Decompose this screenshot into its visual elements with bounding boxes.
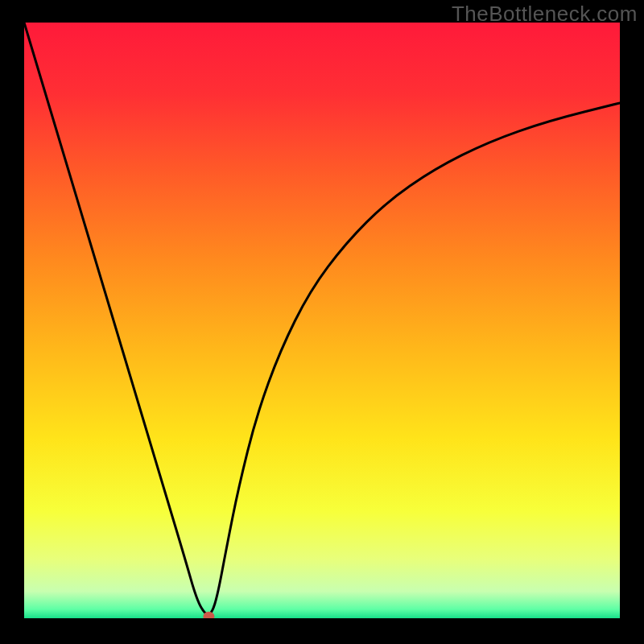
plot-area [24, 23, 620, 618]
watermark-text: TheBottleneck.com [452, 2, 638, 27]
chart-svg [24, 23, 620, 618]
